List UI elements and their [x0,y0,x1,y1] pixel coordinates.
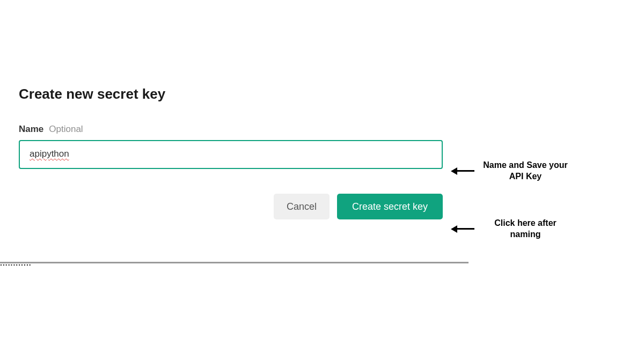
name-input[interactable] [19,140,443,169]
annotation-button-text: Click here after naming [480,218,571,240]
arrow-left-icon [451,167,474,175]
name-label-hint: Optional [49,124,83,135]
create-secret-key-dialog: Create new secret key Name Optional apip… [19,86,443,219]
cancel-button[interactable]: Cancel [274,194,330,219]
bottom-divider [0,262,469,263]
annotation-input: Name and Save your API Key [451,160,571,182]
name-label-row: Name Optional [19,124,443,135]
name-label: Name [19,124,43,135]
create-secret-key-button[interactable]: Create secret key [337,194,443,219]
annotation-input-text: Name and Save your API Key [480,160,571,182]
arrow-left-icon [451,225,474,233]
dialog-button-row: Cancel Create secret key [19,194,443,219]
dialog-title: Create new secret key [19,86,443,102]
annotation-button: Click here after naming [451,218,571,240]
